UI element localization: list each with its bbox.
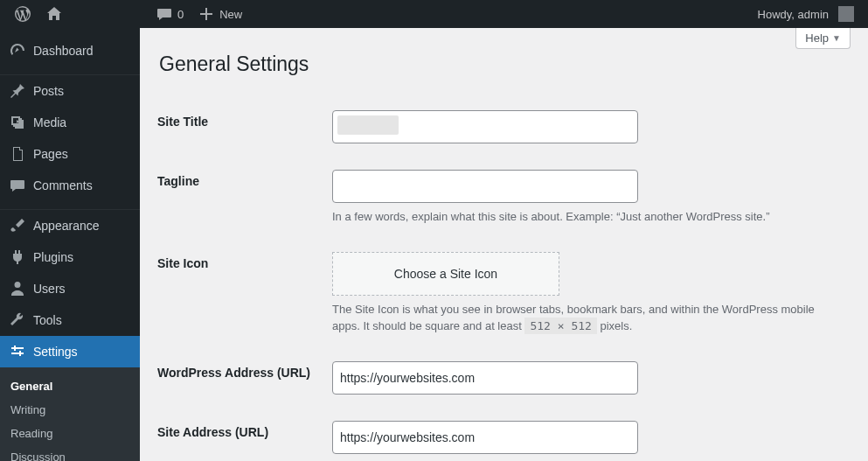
dashboard-icon: [9, 42, 26, 59]
sidebar-item-label: Media: [33, 115, 66, 129]
home-icon: [45, 5, 63, 23]
sidebar-item-label: Appearance: [33, 219, 100, 233]
sidebar-item-users[interactable]: Users: [0, 273, 140, 304]
choose-site-icon-button[interactable]: Choose a Site Icon: [332, 252, 559, 296]
comment-icon: [9, 177, 26, 194]
sidebar-item-dashboard[interactable]: Dashboard: [0, 35, 140, 66]
main-content: General Settings Site Title Tagline In a…: [140, 28, 868, 461]
settings-form: Site Title Tagline In a few words, expla…: [157, 97, 851, 461]
plug-icon: [9, 248, 26, 266]
sidebar-item-label: Posts: [33, 84, 64, 98]
sidebar-item-tools[interactable]: Tools: [0, 304, 140, 336]
site-icon-label: Site Icon: [157, 239, 332, 348]
sidebar-item-settings[interactable]: Settings: [0, 336, 140, 367]
sidebar-item-label: Comments: [33, 178, 93, 192]
wordpress-logo-icon: [14, 5, 31, 23]
comments-count: 0: [177, 8, 184, 21]
submenu-item-discussion[interactable]: Discussion: [0, 445, 140, 461]
account-menu[interactable]: Howdy, admin: [751, 0, 861, 28]
site-url-label: Site Address (URL): [157, 408, 332, 462]
comments-link[interactable]: 0: [149, 0, 191, 28]
redacted-overlay: [337, 115, 399, 135]
site-icon-size-code: 512 × 512: [524, 318, 596, 334]
howdy-text: Howdy, admin: [758, 8, 829, 21]
sidebar-item-appearance[interactable]: Appearance: [0, 210, 140, 241]
sidebar-item-posts[interactable]: Posts: [0, 75, 140, 107]
submenu-item-general[interactable]: General: [0, 374, 140, 398]
site-home-link[interactable]: [38, 0, 70, 28]
submenu-item-writing[interactable]: Writing: [0, 398, 140, 422]
submenu-item-reading[interactable]: Reading: [0, 422, 140, 445]
wp-url-input[interactable]: [332, 361, 638, 395]
avatar: [838, 6, 854, 22]
sidebar-item-label: Settings: [33, 345, 78, 359]
admin-bar: 0 New Howdy, admin: [0, 0, 868, 28]
comment-icon: [156, 5, 173, 23]
user-icon: [9, 280, 26, 297]
tagline-label: Tagline: [157, 157, 332, 239]
tagline-input[interactable]: [332, 170, 638, 203]
wp-url-label: WordPress Address (URL): [157, 348, 332, 408]
tagline-description: In a few words, explain what this site i…: [332, 208, 842, 226]
new-content-link[interactable]: New: [191, 0, 249, 28]
brush-icon: [9, 217, 26, 234]
settings-submenu: General Writing Reading Discussion: [0, 367, 140, 461]
sidebar-item-plugins[interactable]: Plugins: [0, 241, 140, 273]
sidebar-item-pages[interactable]: Pages: [0, 138, 140, 170]
sidebar-item-label: Dashboard: [33, 44, 94, 58]
wrench-icon: [9, 311, 26, 329]
pin-icon: [9, 82, 26, 100]
sidebar-item-label: Pages: [33, 147, 68, 161]
plus-icon: [198, 5, 215, 23]
sidebar-item-label: Plugins: [33, 250, 73, 264]
site-title-label: Site Title: [157, 97, 332, 157]
media-icon: [9, 114, 26, 131]
site-url-input[interactable]: [332, 421, 638, 454]
site-icon-description: The Site Icon is what you see in browser…: [332, 301, 842, 335]
wp-logo-menu[interactable]: [7, 0, 38, 28]
page-icon: [9, 145, 26, 163]
sliders-icon: [9, 343, 26, 360]
new-label: New: [219, 8, 242, 21]
sidebar-item-comments[interactable]: Comments: [0, 170, 140, 201]
sidebar-item-label: Users: [33, 282, 66, 296]
admin-sidebar: Dashboard Posts Media Pages Comments App…: [0, 28, 140, 461]
page-title: General Settings: [159, 52, 851, 76]
sidebar-item-label: Tools: [33, 313, 62, 327]
sidebar-item-media[interactable]: Media: [0, 107, 140, 138]
